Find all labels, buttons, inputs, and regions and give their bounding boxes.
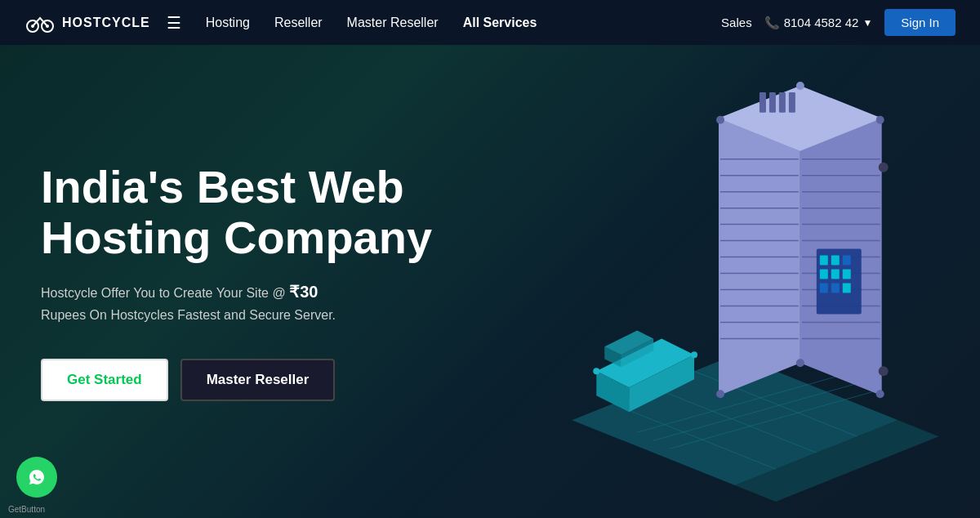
get-started-button[interactable]: Get Started [41, 359, 168, 401]
sales-label: Sales [721, 16, 752, 29]
svg-point-65 [876, 390, 884, 398]
hero-title: India's Best Web Hosting Company [41, 162, 432, 262]
svg-point-3 [46, 25, 49, 28]
svg-point-67 [796, 359, 804, 367]
phone-icon: 📞 [764, 16, 780, 30]
svg-point-2 [31, 25, 34, 28]
whatsapp-button[interactable] [16, 457, 57, 498]
phone-number: 8104 4582 42 [784, 16, 859, 29]
svg-rect-60 [843, 270, 851, 279]
svg-rect-53 [820, 256, 828, 266]
logo-text: HOSTCYCLE [62, 16, 150, 30]
nav-links: Hosting Reseller Master Reseller All Ser… [206, 16, 721, 30]
svg-point-63 [876, 116, 884, 124]
nav-right: Sales 📞 8104 4582 42 ▼ Sign In [721, 9, 956, 36]
svg-point-16 [593, 368, 599, 374]
logo[interactable]: HOSTCYCLE [24, 11, 150, 34]
svg-point-64 [716, 390, 724, 398]
svg-point-68 [879, 366, 889, 376]
master-reseller-button[interactable]: Master Reseller [180, 359, 336, 401]
hero-subtitle: Hostcycle Offer You to Create Your Site … [41, 279, 432, 326]
svg-point-17 [691, 351, 697, 358]
svg-rect-59 [843, 256, 851, 266]
phone-dropdown-icon: ▼ [862, 17, 872, 29]
svg-rect-54 [831, 256, 840, 266]
svg-rect-57 [820, 283, 828, 292]
hero-title-line2: Hosting Company [41, 212, 432, 263]
logo-icon [24, 11, 56, 34]
hero-title-line1: India's Best Web [41, 161, 404, 212]
nav-hosting[interactable]: Hosting [206, 16, 250, 30]
hero-buttons: Get Started Master Reseller [41, 359, 432, 401]
svg-rect-56 [831, 270, 840, 279]
signin-button[interactable]: Sign In [884, 9, 956, 36]
nav-all-services[interactable]: All Services [463, 16, 537, 30]
svg-rect-51 [789, 92, 795, 113]
svg-rect-48 [760, 92, 766, 113]
hamburger-menu[interactable]: ☰ [167, 13, 181, 33]
phone-button[interactable]: 📞 8104 4582 42 ▼ [764, 16, 873, 30]
svg-rect-49 [769, 92, 776, 113]
whatsapp-icon [25, 466, 48, 489]
svg-rect-55 [820, 270, 828, 279]
getchat-label: GetButton [8, 505, 45, 514]
svg-point-69 [879, 163, 889, 172]
hero-section: India's Best Web Hosting Company Hostcyc… [0, 45, 980, 518]
hero-content: India's Best Web Hosting Company Hostcyc… [0, 162, 432, 401]
svg-point-66 [796, 82, 804, 90]
navbar: HOSTCYCLE ☰ Hosting Reseller Master Rese… [0, 0, 980, 45]
nav-reseller[interactable]: Reseller [274, 16, 323, 30]
svg-rect-58 [831, 283, 840, 292]
server-illustration [490, 45, 980, 518]
svg-rect-61 [843, 283, 851, 292]
nav-master-reseller[interactable]: Master Reseller [347, 16, 439, 30]
hero-price: ₹30 [289, 283, 318, 301]
svg-rect-50 [779, 92, 786, 113]
svg-point-62 [716, 116, 724, 124]
